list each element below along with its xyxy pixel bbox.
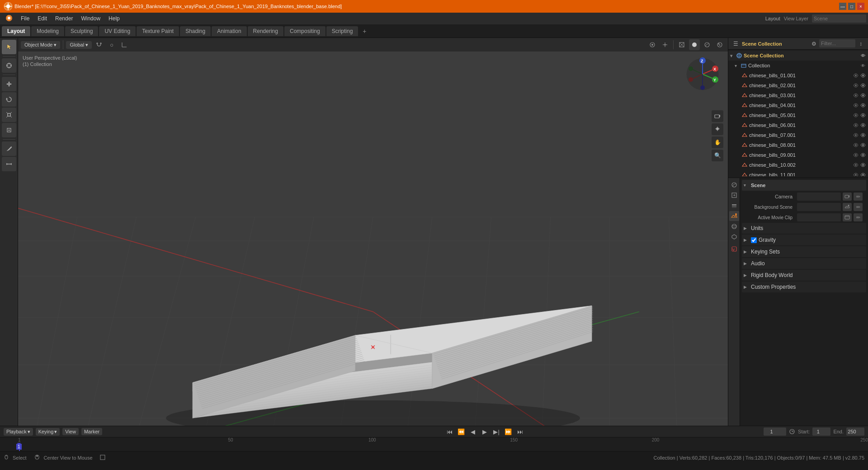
tab-rendering[interactable]: Rendering: [248, 26, 283, 36]
item-viewlayer-icon[interactable]: [853, 102, 859, 108]
tab-modeling[interactable]: Modeling: [31, 26, 64, 36]
outliner-item[interactable]: chinese_bills_04.001: [728, 100, 868, 110]
item-eye-icon[interactable]: [860, 122, 866, 128]
view-btn[interactable]: View: [62, 428, 79, 435]
outliner-item[interactable]: chinese_bills_01.001: [728, 70, 868, 80]
tab-animation[interactable]: Animation: [212, 26, 246, 36]
rendered-shading-btn[interactable]: [714, 39, 725, 50]
camera-edit-btn[interactable]: ✏: [854, 193, 863, 201]
item-viewlayer-icon[interactable]: [853, 142, 859, 148]
item-eye-icon[interactable]: [860, 152, 866, 158]
minimize-button[interactable]: —: [839, 3, 846, 10]
keying-sets-section[interactable]: ▶ Keying Sets: [742, 246, 866, 257]
scene-search[interactable]: [812, 14, 866, 23]
item-eye-icon[interactable]: [860, 172, 866, 176]
outliner-item[interactable]: chinese_bills_10.002: [728, 160, 868, 170]
move-tool[interactable]: [2, 77, 16, 91]
snap-icon[interactable]: [94, 39, 104, 50]
timeline-scrubber[interactable]: 1 50 100 150 200 250 1: [0, 437, 868, 451]
view-layer-tab-btn[interactable]: [729, 201, 739, 211]
outliner-item[interactable]: chinese_bills_05.001: [728, 110, 868, 120]
outliner-filter-btn[interactable]: ⚙: [809, 39, 818, 48]
tab-uv-editing[interactable]: UV Editing: [99, 26, 136, 36]
outliner-item[interactable]: chinese_bills_09.001: [728, 150, 868, 160]
jump-start-btn[interactable]: ⏮: [444, 427, 454, 437]
outliner-item[interactable]: chinese_bills_07.001: [728, 130, 868, 140]
item-eye-icon[interactable]: [860, 72, 866, 79]
global-dropdown[interactable]: Global ▾: [66, 41, 92, 49]
viewport[interactable]: Object Mode ▾ Global ▾ ○: [18, 38, 728, 426]
camera-value[interactable]: [797, 193, 841, 201]
output-tab-btn[interactable]: [729, 190, 739, 200]
item-viewlayer-icon[interactable]: [853, 92, 859, 99]
outliner-scene-collection[interactable]: ▾ Scene Collection 👁: [728, 51, 868, 61]
step-back-btn[interactable]: ◀: [468, 427, 478, 437]
item-viewlayer-icon[interactable]: [853, 82, 859, 89]
menu-window[interactable]: Window: [77, 14, 104, 23]
item-viewlayer-icon[interactable]: [853, 122, 859, 128]
outliner-item[interactable]: chinese_bills_02.001: [728, 80, 868, 90]
outliner-item[interactable]: chinese_bills_03.001: [728, 90, 868, 100]
item-viewlayer-icon[interactable]: [853, 72, 859, 79]
start-frame-input[interactable]: [812, 428, 830, 436]
menu-file[interactable]: File: [17, 14, 33, 23]
rigid-body-world-section[interactable]: ▶ Rigid Body World: [742, 270, 866, 281]
item-eye-icon[interactable]: [860, 82, 866, 89]
item-eye-icon[interactable]: [860, 132, 866, 138]
bg-scene-picker-btn[interactable]: [843, 203, 852, 211]
solid-shading-btn[interactable]: [689, 39, 700, 50]
item-viewlayer-icon[interactable]: [853, 132, 859, 138]
material-shading-btn[interactable]: [702, 39, 712, 50]
item-viewlayer-icon[interactable]: [853, 112, 859, 118]
maximize-button[interactable]: □: [848, 3, 855, 10]
scale-tool[interactable]: [2, 108, 16, 122]
transform-orient-icon[interactable]: [119, 39, 130, 50]
play-btn[interactable]: ▶: [480, 427, 490, 437]
scene-collection-expand[interactable]: ▾: [730, 53, 736, 58]
show-overlays-btn[interactable]: [647, 39, 658, 50]
select-tool[interactable]: [2, 40, 16, 54]
item-eye-icon[interactable]: [860, 142, 866, 148]
tab-texture-paint[interactable]: Texture Paint: [137, 26, 179, 36]
keying-btn[interactable]: Keying ▾: [36, 428, 60, 436]
movie-clip-picker-btn[interactable]: [843, 213, 852, 221]
measure-tool[interactable]: [2, 157, 16, 171]
gravity-checkbox[interactable]: [751, 237, 757, 243]
audio-section[interactable]: ▶ Audio: [742, 258, 866, 269]
prev-keyframe-btn[interactable]: ⏪: [456, 427, 466, 437]
scene-visibility-icon[interactable]: 👁: [860, 52, 866, 59]
tab-layout[interactable]: Layout: [2, 26, 30, 36]
end-frame-input[interactable]: [846, 428, 864, 436]
collection-visibility[interactable]: 👁: [860, 62, 866, 69]
current-frame-input[interactable]: [764, 428, 786, 436]
menu-blender[interactable]: [2, 14, 16, 24]
world-tab-btn[interactable]: [729, 221, 739, 231]
playback-btn[interactable]: Playback ▾: [4, 428, 33, 436]
outliner-collection-row[interactable]: ▾ Collection 👁: [728, 61, 868, 70]
item-viewlayer-icon[interactable]: [853, 172, 859, 176]
add-workspace-button[interactable]: +: [359, 26, 370, 37]
menu-render[interactable]: Render: [52, 14, 76, 23]
outliner-item[interactable]: chinese_bills_11.001: [728, 170, 868, 176]
object-tab-btn[interactable]: [729, 232, 739, 242]
tab-compositing[interactable]: Compositing: [284, 26, 326, 36]
marker-btn[interactable]: Marker: [81, 428, 102, 435]
outliner-menu-btn[interactable]: ☰: [731, 39, 740, 48]
collection-expand[interactable]: ▾: [735, 63, 740, 68]
menu-edit[interactable]: Edit: [34, 14, 51, 23]
proportional-edit-icon[interactable]: ○: [106, 39, 117, 50]
outliner-search-input[interactable]: [819, 39, 855, 47]
step-forward-btn[interactable]: ▶|: [491, 427, 501, 437]
tab-scripting[interactable]: Scripting: [326, 26, 359, 36]
close-button[interactable]: ×: [857, 3, 864, 10]
gravity-section[interactable]: ▶ Gravity: [742, 235, 866, 245]
item-viewlayer-icon[interactable]: [853, 162, 859, 168]
next-keyframe-btn[interactable]: ⏩: [503, 427, 513, 437]
annotate-tool[interactable]: [2, 141, 16, 156]
custom-properties-section[interactable]: ▶ Custom Properties: [742, 282, 866, 292]
units-section[interactable]: ▶ Units: [742, 223, 866, 234]
cursor-tool[interactable]: [2, 58, 16, 73]
outliner-item[interactable]: chinese_bills_08.001: [728, 140, 868, 150]
item-eye-icon[interactable]: [860, 112, 866, 118]
object-mode-dropdown[interactable]: Object Mode ▾: [21, 41, 60, 49]
